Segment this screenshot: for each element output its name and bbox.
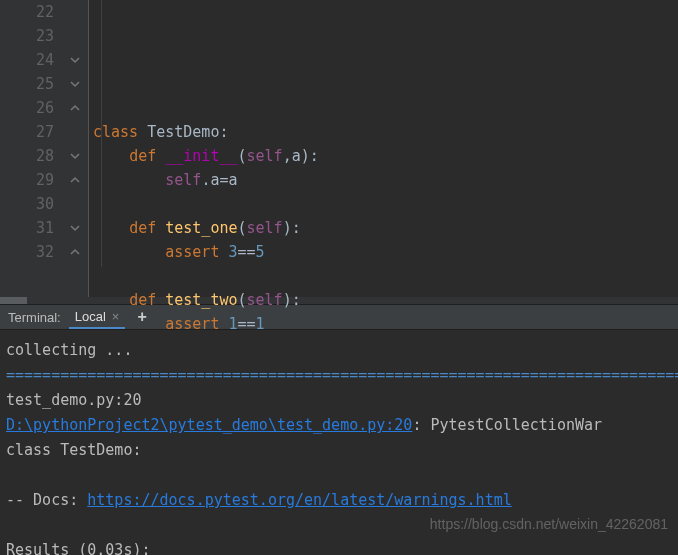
- fold-toggle-icon[interactable]: [62, 144, 88, 168]
- terminal-label: Terminal:: [0, 310, 69, 325]
- code-line[interactable]: assert 1==1: [93, 312, 678, 336]
- code-editor[interactable]: 2223242526272829303132 class TestDemo: d…: [0, 0, 678, 297]
- terminal-text: : PytestCollectionWar: [412, 416, 602, 434]
- fold-toggle-icon[interactable]: [62, 48, 88, 72]
- line-number: 27: [0, 120, 54, 144]
- line-number-gutter: 2223242526272829303132: [0, 0, 62, 297]
- code-line[interactable]: class TestDemo:: [93, 120, 678, 144]
- fold-spacer: [62, 24, 88, 48]
- terminal-line: [6, 463, 672, 488]
- line-number: 32: [0, 240, 54, 264]
- line-number: 24: [0, 48, 54, 72]
- line-number: 30: [0, 192, 54, 216]
- line-number: 31: [0, 216, 54, 240]
- fold-spacer: [62, 120, 88, 144]
- fold-toggle-icon[interactable]: [62, 240, 88, 264]
- code-line[interactable]: def test_one(self):: [93, 216, 678, 240]
- line-number: 28: [0, 144, 54, 168]
- fold-gutter[interactable]: [62, 0, 88, 297]
- terminal-text: -- Docs:: [6, 491, 87, 509]
- terminal-line: ========================================…: [6, 363, 672, 388]
- line-number: 26: [0, 96, 54, 120]
- code-line[interactable]: self.a=a: [93, 168, 678, 192]
- line-number: 25: [0, 72, 54, 96]
- code-line[interactable]: [93, 264, 678, 288]
- line-number: 29: [0, 168, 54, 192]
- fold-toggle-icon[interactable]: [62, 216, 88, 240]
- scrollbar-thumb[interactable]: [0, 297, 27, 304]
- fold-toggle-icon[interactable]: [62, 96, 88, 120]
- code-line[interactable]: [93, 72, 678, 96]
- docs-link[interactable]: https://docs.pytest.org/en/latest/warnin…: [87, 491, 511, 509]
- file-link[interactable]: D:\pythonProject2\pytest_demo\test_demo.…: [6, 416, 412, 434]
- code-line[interactable]: assert 3==5: [93, 240, 678, 264]
- line-number: 22: [0, 0, 54, 24]
- code-line[interactable]: [93, 96, 678, 120]
- terminal-line: class TestDemo:: [6, 438, 672, 463]
- line-number: 23: [0, 24, 54, 48]
- code-line[interactable]: [93, 192, 678, 216]
- code-line[interactable]: def __init__(self,a):: [93, 144, 678, 168]
- terminal-output[interactable]: collecting ... =========================…: [0, 330, 678, 555]
- fold-toggle-icon[interactable]: [62, 72, 88, 96]
- fold-spacer: [62, 0, 88, 24]
- terminal-line: Results (0.03s):: [6, 538, 672, 555]
- code-area[interactable]: class TestDemo: def __init__(self,a): se…: [89, 0, 678, 297]
- terminal-line: collecting ...: [6, 338, 672, 363]
- fold-toggle-icon[interactable]: [62, 168, 88, 192]
- watermark: https://blog.csdn.net/weixin_42262081: [430, 512, 668, 537]
- terminal-line: -- Docs: https://docs.pytest.org/en/late…: [6, 488, 672, 513]
- fold-spacer: [62, 192, 88, 216]
- terminal-line: D:\pythonProject2\pytest_demo\test_demo.…: [6, 413, 672, 438]
- code-line[interactable]: def test_two(self):: [93, 288, 678, 312]
- terminal-line: test_demo.py:20: [6, 388, 672, 413]
